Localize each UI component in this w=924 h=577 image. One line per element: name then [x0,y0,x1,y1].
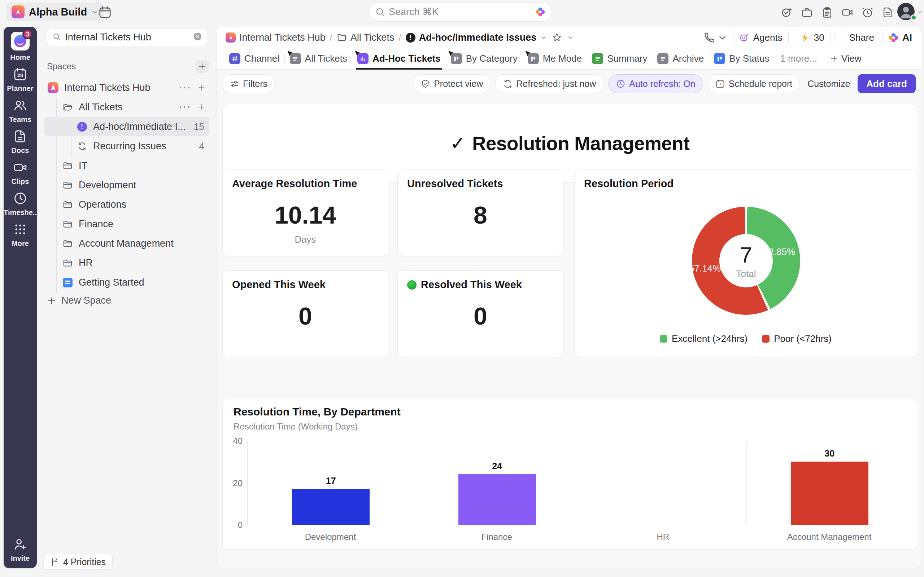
rail-item-docs[interactable]: Docs [11,129,29,155]
bar-development[interactable] [292,489,370,525]
customize-button[interactable]: Customize [804,79,853,89]
pin-icon [447,50,456,58]
card-title: Average Resolution Time [232,178,357,190]
add-card-button[interactable]: Add card [858,74,916,93]
refresh-icon [503,79,512,89]
auto-refresh-toggle[interactable]: Auto refresh: On [608,74,703,93]
ai-button[interactable]: AI [888,32,912,44]
protect-view-button[interactable]: Protect view [413,74,491,93]
list-icon [290,53,301,64]
sidebar-item-all-tickets[interactable]: All Tickets ··· [44,97,209,117]
new-space-button[interactable]: New Space [47,295,216,306]
add-view-button[interactable]: View [825,53,867,64]
breadcrumb-space[interactable]: Internal Tickets Hub [226,32,326,43]
breadcrumb-view[interactable]: ! Ad-hoc/Immediate Issues [406,32,548,43]
add-space-button[interactable] [195,60,208,73]
sidebar-item-ad-hoc-immediate-i[interactable]: ! Ad-hoc/Immediate I... 15 [44,117,209,136]
rail-item-clips[interactable]: Clips [11,160,29,186]
sidebar-search[interactable] [47,28,207,46]
sidebar-item-it[interactable]: IT [44,156,209,175]
tab-me-mode[interactable]: Me Mode [523,48,587,69]
credits-button[interactable]: 30 [794,29,830,46]
sidebar-item-development[interactable]: Development [44,175,209,195]
opened-this-week-value: 0 [223,302,388,330]
donut-center: 7 Total [719,234,773,287]
rail-item-label: Invite [11,554,30,562]
tab-archive[interactable]: Archive [652,48,709,69]
add-icon[interactable] [197,103,206,111]
legend-item-poor[interactable]: Poor (<72hrs) [762,333,832,344]
filters-button[interactable]: Filters [222,74,275,93]
workspace-name: Alpha Build [29,6,87,18]
add-icon[interactable] [197,83,206,92]
resolution-period-donut-chart[interactable]: 7 Total 42.85% 57.14% [692,206,800,315]
bar-value-label: 30 [824,448,835,459]
rail-item-invite[interactable]: Invite [11,537,30,562]
sidebar-item-getting-started[interactable]: Getting Started [44,272,209,292]
rail-item-home[interactable]: 3 Home [10,32,30,62]
sidebar-search-input[interactable] [65,32,193,43]
rail-item-more[interactable]: More [11,222,29,248]
planner-icon: 28 [13,67,27,82]
unresolved-tickets-card[interactable]: Unresolved Tickets 8 [397,169,564,256]
more-options-icon[interactable]: ··· [179,102,191,113]
bar-column-hr [580,441,746,525]
breadcrumb-separator: / [399,32,401,43]
share-button[interactable]: Share [841,29,882,46]
agents-button[interactable]: Agents [733,29,789,46]
more-views[interactable]: 1 more... [775,53,822,64]
sidebar-item-account-management[interactable]: Account Management [44,234,209,253]
y-axis-tick: 20 [227,478,242,488]
clear-search-icon[interactable] [193,32,202,43]
sidebar-item-operations[interactable]: Operations [44,195,209,214]
priorities-button[interactable]: 4 Priorities [43,554,113,570]
tab-all-tickets[interactable]: All Tickets [285,48,352,69]
document-icon[interactable] [879,4,896,21]
list-icon [592,53,603,64]
sidebar-item-internal-tickets-hub[interactable]: Internal Tickets Hub ··· [44,78,209,97]
rail-item-teams[interactable]: Teams [9,98,31,124]
avg-resolution-card[interactable]: Average Resolution Time 10.14 Days [222,169,388,256]
rail-item-timeshe[interactable]: Timeshe.. [3,191,37,217]
bar-finance[interactable] [459,474,536,525]
video-icon[interactable] [839,4,855,21]
tab-ad-hoc-tickets[interactable]: Ad-Hoc Tickets [352,48,446,69]
briefcase-icon[interactable] [798,4,815,21]
favorite-star-icon[interactable] [551,32,562,43]
tab-by-status[interactable]: By Status [709,48,774,69]
search-placeholder: Search ⌘K [389,6,535,18]
sidebar-item-recurring-issues[interactable]: Recurring Issues 4 [44,136,209,156]
sidebar-item-finance[interactable]: Finance [44,214,209,234]
legend-item-excellent[interactable]: Excellent (>24hrs) [660,333,748,344]
tab-channel[interactable]: Channel [224,48,284,69]
chevron-down-icon[interactable] [567,34,574,41]
tab-by-category[interactable]: By Category [446,48,523,69]
breadcrumb-folder[interactable]: All Tickets [337,32,394,43]
call-button[interactable] [703,32,728,43]
rail-item-label: Docs [11,147,29,155]
workspace-switcher[interactable]: Alpha Build [6,3,103,21]
card-title: Resolution Period [584,178,674,190]
calendar-icon[interactable] [98,5,112,19]
flag-icon [50,557,60,567]
bar-account-management[interactable] [791,462,868,525]
alarm-icon[interactable] [859,4,876,21]
opened-this-week-card[interactable]: Opened This Week 0 [222,271,388,357]
folder-icon [61,180,74,190]
global-search[interactable]: Search ⌘K [369,2,552,22]
clipboard-icon[interactable] [819,4,835,21]
ai-flower-icon[interactable] [535,6,546,18]
more-options-icon[interactable]: ··· [179,82,191,93]
folder-icon [61,219,74,229]
search-icon [375,7,385,17]
chevron-down-icon[interactable] [917,9,923,15]
task-add-icon[interactable] [778,4,795,21]
sidebar-item-hr[interactable]: HR [44,253,209,272]
left-rail: 3 Home 28 Planner Teams Docs Clips Times… [3,27,37,568]
refreshed-button[interactable]: Refreshed: just now [495,74,604,93]
tab-summary[interactable]: Summary [587,48,652,69]
resolved-this-week-card[interactable]: Resolved This Week 0 [397,271,564,357]
schedule-report-button[interactable]: Schedule report [708,74,800,93]
rail-item-planner[interactable]: 28 Planner [7,67,33,93]
x-axis-label: Development [247,532,414,542]
